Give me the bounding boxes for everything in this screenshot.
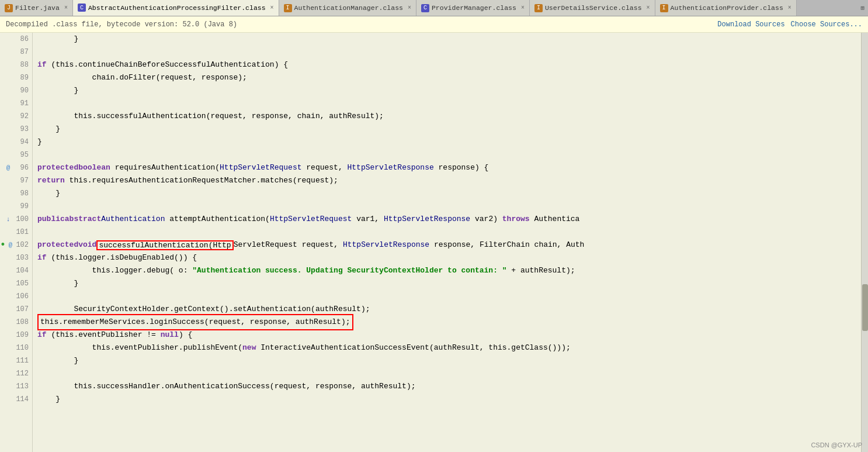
gutter-row: 111 [0,354,32,367]
tab-auth-manager[interactable]: I AuthenticationManager.class × [279,0,416,16]
code-line: chain.doFilter(request, response); [37,71,861,84]
gutter-row: 113 [0,380,32,393]
choose-sources-link[interactable]: Choose Sources... [791,20,862,29]
line-number: 111 [15,357,29,365]
code-line: return this.requiresAuthenticationReques… [37,174,861,187]
tab-pin-icon[interactable]: ⊞ [857,4,868,12]
gutter-row: 106 [0,290,32,303]
line-number: 91 [15,99,29,108]
line-number: 98 [15,189,29,198]
tab-auth-provider-close[interactable]: × [788,5,791,11]
tab-bar: J Filter.java × C AbstractAuthentication… [0,0,868,16]
code-line: if (this.continueChainBeforeSuccessfulAu… [37,58,861,71]
tab-userdetails-label: UserDetailsService.class [545,4,642,12]
tab-provider-manager-label: ProviderManager.class [432,4,516,12]
gutter-row: 93 [0,123,32,136]
line-number: 100 [15,215,29,223]
line-number: 107 [15,305,29,313]
code-area: 86878889909192939495@96979899↓100101•@10… [0,33,868,452]
scrollbar-thumb[interactable] [862,284,868,331]
code-line: } [37,84,861,97]
line-number: 95 [15,151,29,159]
code-line: } [37,354,861,367]
gutter-row: 104 [0,264,32,277]
line-number: 99 [15,202,29,211]
line-number: 103 [15,254,29,262]
tab-abstract-auth-label: AbstractAuthenticationProcessingFilter.c… [88,4,266,12]
tab-auth-manager-label: AuthenticationManager.class [294,4,403,12]
code-line: this.eventPublisher.publishEvent(new Int… [37,341,861,354]
scrollbar-track[interactable] [861,33,868,452]
gutter-row: 109 [0,329,32,341]
code-line: public abstract Authentication attemptAu… [37,213,861,226]
info-bar-links: Download Sources Choose Sources... [717,20,862,29]
auth-provider-icon: I [660,4,668,12]
line-number: 96 [15,164,29,172]
code-line: this.successfulAuthentication(request, r… [37,110,861,123]
line-number: 105 [15,280,29,288]
gutter-row: @96 [0,161,32,174]
filter-java-icon: J [5,4,13,12]
gutter-row: 112 [0,367,32,380]
line-number: 89 [15,74,29,82]
code-line: } [37,393,861,406]
line-number: 112 [15,370,29,378]
code-line: this.rememberMeServices.loginSuccess(req… [37,316,861,329]
userdetails-icon: I [534,4,543,12]
gutter-row: 101 [0,226,32,239]
code-line: this.logger.debug( o: "Authentication su… [37,264,861,277]
line-number: 94 [15,138,29,146]
gutter-row: 110 [0,341,32,354]
info-bar: Decompiled .class file, bytecode version… [0,16,868,33]
tab-abstract-auth-close[interactable]: × [270,5,274,11]
code-line [37,200,861,213]
gutter-row: •@102 [0,239,32,251]
override-icon2: @ [8,241,12,249]
watermark: CSDN @GYX-UP [811,441,862,448]
line-number: 109 [15,331,29,339]
gutter-row: 107 [0,303,32,316]
override-icon: @ [4,164,12,172]
tab-abstract-auth[interactable]: C AbstractAuthenticationProcessingFilter… [73,0,279,16]
code-line [37,226,861,239]
line-number: 108 [15,318,29,326]
gutter-row: 91 [0,97,32,110]
line-number: 93 [15,125,29,133]
code-line [37,97,861,110]
tab-userdetails[interactable]: I UserDetailsService.class × [530,0,655,16]
gutter-row: 87 [0,46,32,58]
tab-filter-java-label: Filter.java [15,4,60,12]
tab-auth-provider[interactable]: I AuthenticationProvider.class × [655,0,797,16]
provider-manager-icon: C [421,4,429,12]
code-line [37,149,861,161]
tab-provider-manager-close[interactable]: × [521,5,525,11]
code-line: } [37,187,861,200]
line-number: 86 [15,35,29,43]
gutter-row: 94 [0,136,32,149]
line-number: 92 [15,112,29,120]
tab-provider-manager[interactable]: C ProviderManager.class × [416,0,530,16]
gutter-row: 97 [0,174,32,187]
line-number: 110 [15,344,29,352]
code-line: this.successHandler.onAuthenticationSucc… [37,380,861,393]
code-line [37,367,861,380]
tab-userdetails-close[interactable]: × [647,5,650,11]
code-line: } [37,277,861,290]
line-number: 90 [15,87,29,95]
gutter-row: 105 [0,277,32,290]
dot-icon: • [0,241,6,249]
gutter-row: 89 [0,71,32,84]
download-sources-link[interactable]: Download Sources [717,20,784,29]
code-line: } [37,123,861,136]
line-number: 97 [15,177,29,185]
line-number: 87 [15,48,29,56]
tab-filter-java-close[interactable]: × [64,5,68,11]
tab-auth-manager-close[interactable]: × [408,5,411,11]
code-content[interactable]: } if (this.continueChainBeforeSuccessful… [33,33,861,452]
code-line [37,46,861,58]
code-line: } [37,136,861,149]
gutter-row: 103 [0,251,32,264]
gutter-row: 114 [0,393,32,406]
tab-filter-java[interactable]: J Filter.java × [0,0,73,16]
info-bar-text: Decompiled .class file, bytecode version… [6,20,237,29]
